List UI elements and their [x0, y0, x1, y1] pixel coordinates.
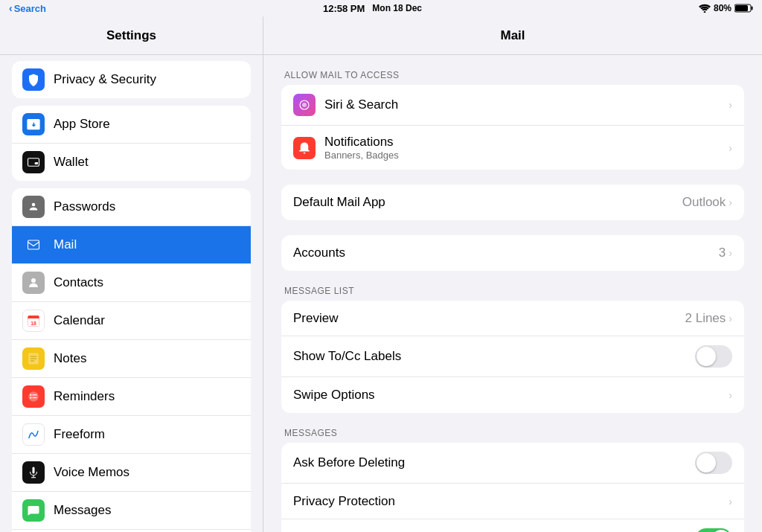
- privacy-icon: [22, 68, 45, 91]
- follow-up-toggle[interactable]: [695, 528, 732, 532]
- ask-before-deleting-right: [695, 452, 732, 474]
- status-left: ‹ Search: [9, 2, 46, 14]
- notifications-content: Notifications Banners, Badges: [324, 135, 729, 161]
- default-mail-value: Outlook: [682, 195, 726, 210]
- sidebar: Settings Privacy & Security: [0, 16, 263, 532]
- ask-before-deleting-knob: [697, 453, 716, 472]
- swipe-options-chevron: ›: [729, 389, 732, 401]
- card-item-accounts[interactable]: Accounts 3 ›: [281, 235, 744, 271]
- default-mail-title: Default Mail App: [293, 195, 682, 210]
- preview-value: 2 Lines: [685, 311, 726, 326]
- accounts-value: 3: [719, 246, 726, 260]
- notes-icon: [22, 347, 45, 370]
- card-item-ask-before-deleting[interactable]: Ask Before Deleting: [281, 443, 744, 484]
- voicememos-icon: [22, 461, 45, 484]
- sidebar-item-label-wallet: Wallet: [54, 155, 89, 170]
- back-button[interactable]: ‹ Search: [9, 2, 46, 14]
- card-accounts: Accounts 3 ›: [281, 235, 744, 271]
- swipe-options-right: ›: [729, 389, 732, 401]
- settings-group-privacy: Privacy & Security: [12, 61, 251, 98]
- card-item-siri-search[interactable]: Siri & Search ›: [281, 85, 744, 126]
- svg-point-0: [704, 11, 706, 13]
- card-messages: Ask Before Deleting Privacy Protection: [281, 443, 744, 532]
- contacts-icon: [22, 272, 45, 294]
- sidebar-item-messages[interactable]: Messages: [12, 492, 251, 530]
- svg-point-7: [31, 278, 36, 283]
- sidebar-item-reminders[interactable]: Reminders: [12, 378, 251, 416]
- sidebar-item-label-voice-memos: Voice Memos: [54, 465, 129, 480]
- sidebar-item-notes[interactable]: Notes: [12, 340, 251, 378]
- siri-search-chevron: ›: [729, 99, 732, 111]
- reminders-icon: [22, 385, 45, 408]
- notifications-title: Notifications: [324, 135, 729, 150]
- svg-point-15: [30, 394, 31, 396]
- privacy-protection-right: ›: [729, 496, 732, 507]
- card-item-show-tocc[interactable]: Show To/Cc Labels: [281, 336, 744, 377]
- sidebar-item-contacts[interactable]: Contacts: [12, 264, 251, 302]
- sidebar-item-label-freeform: Freeform: [54, 427, 105, 442]
- sidebar-item-label-mail: Mail: [54, 237, 77, 252]
- sidebar-item-calendar[interactable]: 18 Calendar: [12, 302, 251, 340]
- section-default-mail: Default Mail App Outlook ›: [281, 185, 744, 220]
- sidebar-header: Settings: [0, 16, 263, 55]
- svg-point-5: [32, 203, 36, 207]
- section-label-allow-mail: ALLOW MAIL TO ACCESS: [284, 70, 744, 80]
- sidebar-item-privacy-security[interactable]: Privacy & Security: [12, 61, 251, 98]
- swipe-options-title: Swipe Options: [293, 388, 729, 403]
- passwords-icon: [22, 196, 45, 218]
- card-item-preview[interactable]: Preview 2 Lines ›: [281, 301, 744, 336]
- svg-rect-3: [735, 5, 748, 11]
- svg-point-25: [302, 103, 307, 107]
- sidebar-item-wallet[interactable]: Wallet: [12, 144, 251, 181]
- right-header: Mail: [263, 16, 762, 55]
- sidebar-item-passwords[interactable]: Passwords: [12, 188, 251, 226]
- mail-icon: [22, 234, 45, 256]
- privacy-protection-chevron: ›: [729, 496, 732, 507]
- follow-up-right: [695, 528, 732, 532]
- sidebar-item-voice-memos[interactable]: Voice Memos: [12, 454, 251, 492]
- svg-rect-2: [751, 7, 752, 10]
- privacy-protection-title: Privacy Protection: [293, 494, 729, 509]
- show-tocc-toggle[interactable]: [695, 345, 732, 368]
- right-panel: Mail ALLOW MAIL TO ACCESS Sir: [263, 16, 762, 532]
- sidebar-item-label-passwords: Passwords: [54, 199, 115, 214]
- wifi-icon: [699, 4, 711, 13]
- show-tocc-right: [695, 345, 732, 368]
- notifications-chevron: ›: [729, 142, 732, 154]
- battery-percentage: 80%: [714, 3, 731, 13]
- notifications-right: ›: [729, 142, 732, 154]
- preview-title: Preview: [293, 311, 685, 326]
- default-mail-chevron: ›: [729, 196, 732, 208]
- battery-icon: [734, 4, 753, 13]
- card-message-list: Preview 2 Lines › Show To/Cc Labels: [281, 301, 744, 413]
- accounts-chevron: ›: [729, 247, 732, 259]
- sidebar-item-label-contacts: Contacts: [54, 275, 103, 290]
- card-item-follow-up[interactable]: Follow-Up Suggestions: [281, 519, 744, 532]
- card-item-swipe-options[interactable]: Swipe Options ›: [281, 377, 744, 413]
- siri-search-content: Siri & Search: [324, 97, 729, 112]
- siri-search-title: Siri & Search: [324, 97, 729, 112]
- settings-group-appstore-wallet: App Store Wallet: [12, 106, 251, 181]
- sidebar-item-label-privacy-security: Privacy & Security: [54, 72, 156, 87]
- notifications-icon: [293, 137, 316, 159]
- show-tocc-content: Show To/Cc Labels: [293, 349, 695, 364]
- svg-rect-6: [28, 240, 39, 249]
- svg-text:18: 18: [31, 321, 36, 326]
- preview-content: Preview: [293, 311, 685, 326]
- siri-search-icon: [293, 94, 316, 116]
- sidebar-content: Privacy & Security App Store: [0, 55, 263, 532]
- sidebar-item-app-store[interactable]: App Store: [12, 106, 251, 144]
- card-item-notifications[interactable]: Notifications Banners, Badges ›: [281, 126, 744, 170]
- settings-group-apps: Passwords Mail: [12, 188, 251, 532]
- preview-right: 2 Lines ›: [685, 311, 733, 326]
- preview-chevron: ›: [729, 313, 732, 324]
- card-item-privacy-protection[interactable]: Privacy Protection ›: [281, 484, 744, 519]
- sidebar-item-freeform[interactable]: Freeform: [12, 416, 251, 454]
- sidebar-title: Settings: [106, 28, 156, 43]
- card-item-default-mail-app[interactable]: Default Mail App Outlook ›: [281, 185, 744, 220]
- ask-before-deleting-toggle[interactable]: [695, 452, 732, 474]
- sidebar-item-mail[interactable]: Mail: [12, 226, 251, 264]
- status-time: 12:58 PM: [323, 3, 365, 14]
- sidebar-item-label-messages: Messages: [54, 503, 111, 518]
- status-bar: ‹ Search 12:58 PM Mon 18 Dec 80%: [0, 0, 762, 16]
